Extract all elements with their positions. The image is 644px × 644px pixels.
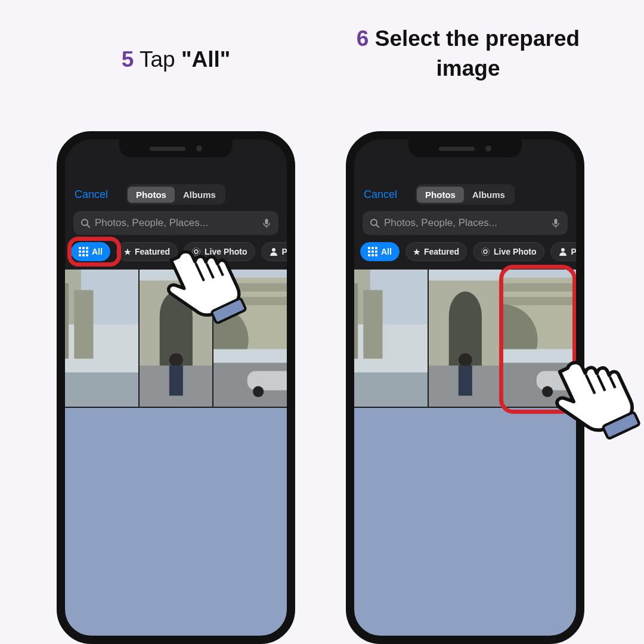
grid-icon <box>368 247 377 256</box>
star-icon: ★ <box>413 247 420 256</box>
chip-live-label: Live Photo <box>205 247 247 256</box>
livephoto-icon <box>191 247 201 256</box>
front-camera <box>485 145 491 151</box>
phone-mockup-step6: Cancel Photos Albums Photos, People, Pla… <box>346 131 584 644</box>
chip-people-label: Peop <box>571 247 576 256</box>
photo-picker-header: Cancel Photos Albums <box>354 181 576 208</box>
filter-chip-people[interactable]: Peop <box>261 242 287 261</box>
segmented-control: Photos Albums <box>126 184 225 205</box>
step5-caption: 5 Tap "All" <box>63 45 289 75</box>
photo-grid <box>65 270 287 636</box>
star-icon: ★ <box>124 247 131 256</box>
step6-text: Select the prepared image <box>375 26 580 80</box>
front-camera <box>196 145 202 151</box>
chip-featured-label: Featured <box>135 247 170 256</box>
filter-chip-featured[interactable]: ★ Featured <box>405 242 467 261</box>
step6-number: 6 <box>357 26 369 51</box>
livephoto-icon <box>481 247 490 256</box>
cancel-button[interactable]: Cancel <box>75 188 108 201</box>
photo-thumbnail[interactable] <box>213 270 287 407</box>
photo-thumbnail[interactable] <box>140 270 213 407</box>
step5-number: 5 <box>122 47 134 72</box>
step5-quote-open: " <box>181 47 192 72</box>
photo-grid-placeholder <box>65 408 287 636</box>
filter-chips-row: All ★ Featured Live Photo Peop <box>71 242 287 261</box>
photo-thumbnail[interactable] <box>65 270 138 407</box>
photo-grid <box>354 270 576 636</box>
segmented-control: Photos Albums <box>416 184 515 205</box>
segment-photos[interactable]: Photos <box>128 187 175 203</box>
photo-thumbnail[interactable] <box>503 270 576 407</box>
mic-icon[interactable] <box>551 218 561 228</box>
chip-people-label: Peop <box>282 247 287 256</box>
grid-icon <box>79 247 88 256</box>
filter-chip-livephoto[interactable]: Live Photo <box>184 242 255 261</box>
segment-photos[interactable]: Photos <box>417 187 464 203</box>
mic-icon[interactable] <box>262 218 271 228</box>
filter-chips-row: All ★ Featured Live Photo Peop <box>360 242 576 261</box>
step6-caption: 6 Select the prepared image <box>337 24 599 83</box>
photo-picker-header: Cancel Photos Albums <box>65 181 287 208</box>
filter-chip-featured[interactable]: ★ Featured <box>116 242 178 261</box>
search-icon <box>80 218 90 228</box>
step5-bold: All <box>191 47 219 72</box>
chip-all-label: All <box>92 247 103 256</box>
cancel-button[interactable]: Cancel <box>364 188 397 201</box>
person-icon <box>269 247 278 256</box>
segment-albums[interactable]: Albums <box>464 187 513 203</box>
search-input[interactable]: Photos, People, Places... <box>363 211 568 235</box>
search-input[interactable]: Photos, People, Places... <box>73 211 278 235</box>
step5-quote-close: " <box>220 47 231 72</box>
segment-albums[interactable]: Albums <box>175 187 224 203</box>
phone-notch <box>119 140 233 157</box>
filter-chip-livephoto[interactable]: Live Photo <box>473 242 544 261</box>
search-placeholder: Photos, People, Places... <box>95 217 208 229</box>
speaker-grille <box>150 147 185 151</box>
search-icon <box>370 218 379 228</box>
filter-chip-people[interactable]: Peop <box>550 242 576 261</box>
person-icon <box>558 247 568 256</box>
filter-chip-all[interactable]: All <box>71 242 110 261</box>
photo-thumbnail[interactable] <box>354 270 428 407</box>
search-placeholder: Photos, People, Places... <box>384 217 497 229</box>
speaker-grille <box>439 147 475 151</box>
phone-mockup-step5: Cancel Photos Albums Photos, People, Pla… <box>57 131 295 644</box>
photo-thumbnail[interactable] <box>429 270 502 407</box>
filter-chip-all[interactable]: All <box>360 242 400 261</box>
chip-featured-label: Featured <box>424 247 459 256</box>
chip-live-label: Live Photo <box>494 247 537 256</box>
photo-grid-placeholder <box>354 408 576 636</box>
phone-notch <box>408 140 522 157</box>
step5-text-before: Tap <box>140 47 181 72</box>
chip-all-label: All <box>381 247 392 256</box>
